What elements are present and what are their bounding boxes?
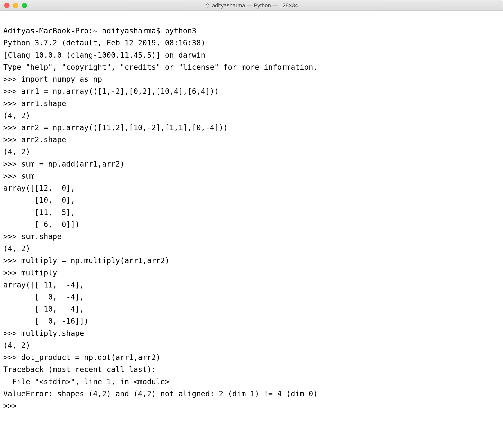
titlebar-title: adityasharma — Python — 128×34 [212,2,298,9]
titlebar[interactable]: adityasharma — Python — 128×34 [0,0,503,11]
maximize-button[interactable] [22,3,27,8]
close-button[interactable] [4,3,10,8]
svg-rect-0 [207,6,208,7]
traffic-lights [0,3,27,8]
home-icon [205,3,210,8]
minimize-button[interactable] [13,3,18,8]
terminal-window: adityasharma — Python — 128×34 Adityas-M… [0,0,503,448]
terminal-output[interactable]: Adityas-MacBook-Pro:~ adityasharma$ pyth… [0,11,503,415]
titlebar-title-container: adityasharma — Python — 128×34 [205,2,298,9]
